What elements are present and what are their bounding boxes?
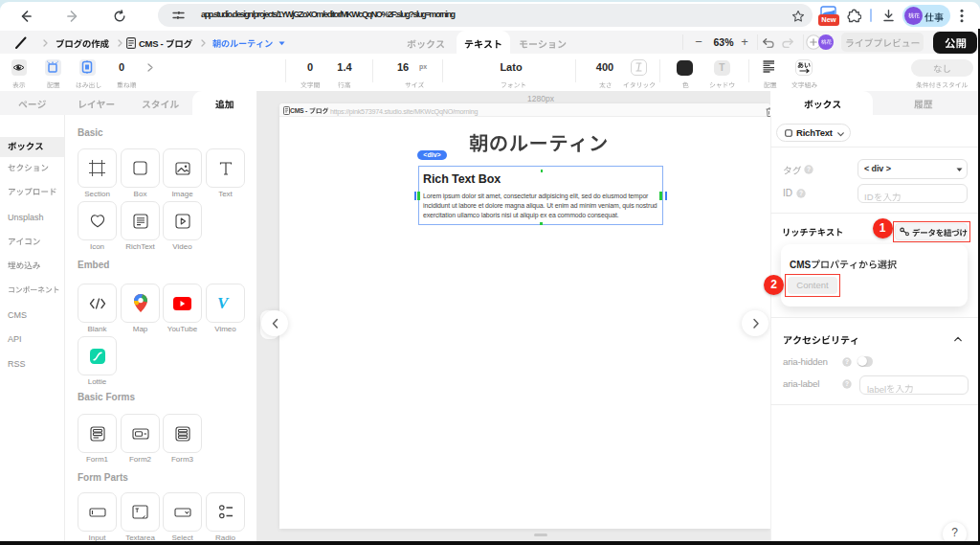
svg-text:?: ? [798, 190, 802, 196]
svg-text:?: ? [844, 358, 848, 365]
svg-text:?: ? [806, 166, 810, 172]
svg-text:?: ? [844, 380, 848, 387]
svg-text:V: V [217, 295, 230, 311]
